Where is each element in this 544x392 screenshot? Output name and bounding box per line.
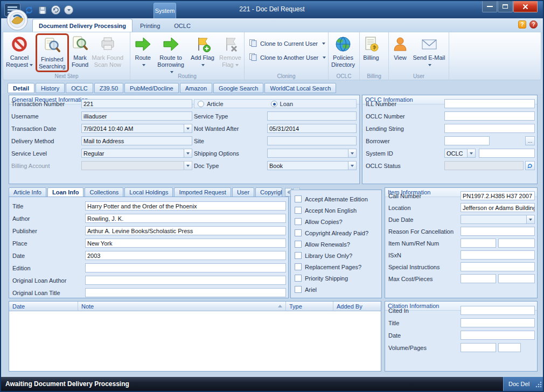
tab-worldcat-local-search[interactable]: WorldCat Local Search [264,83,336,93]
tab-loan-info[interactable]: Loan Info [47,187,84,197]
article-radio[interactable] [198,101,204,107]
publisher-field[interactable]: Arthur A. Levine Books/Scholastic Press [85,226,286,235]
tab-oclc-detail[interactable]: OCLC [66,83,93,93]
tab-detail[interactable]: Detail [8,83,34,93]
allow-copies-checkbox[interactable] [295,218,302,225]
chevron-down-icon[interactable] [467,149,475,157]
chevron-down-icon[interactable] [348,149,356,157]
accept-alternate-edition-checkbox[interactable] [295,195,302,202]
borrower-browse-button[interactable]: ... [525,136,535,145]
view-user-button[interactable]: View [390,33,410,62]
clone-to-another-user-button[interactable]: Clone to Another User [246,52,329,64]
due-date-dropdown[interactable] [461,215,535,224]
allow-renewals-checkbox[interactable] [295,241,302,248]
chevron-down-icon[interactable] [184,149,192,157]
cancel-request-button[interactable]: Cancel Request [4,33,34,69]
ref-num-field[interactable] [498,239,535,248]
priority-shipping-checkbox[interactable] [295,275,302,282]
site-field[interactable] [267,136,357,145]
ill-number-field[interactable] [444,99,535,108]
column-header-note[interactable]: Note [78,302,286,311]
policies-directory-button[interactable]: Policies Directory [330,33,357,69]
mark-found-button[interactable]: Mark Found [70,33,90,69]
lending-string-field[interactable] [444,124,535,133]
tab-article-info[interactable]: Article Info [9,187,46,197]
tab-printing[interactable]: Printing [134,19,166,32]
isxn-field[interactable] [461,250,535,260]
location-field[interactable]: Jefferson or Adams Building [461,203,535,212]
edition-field[interactable] [85,263,286,272]
replacement-pages-checkbox[interactable] [295,263,302,270]
send-email-button[interactable]: Send E-Mail [410,33,448,69]
title-field[interactable]: Harry Potter and the Order of the Phoeni… [85,201,286,211]
library-use-only-checkbox[interactable] [295,252,302,259]
remove-flag-button[interactable]: Remove Flag [218,33,243,69]
notes-table-body[interactable] [9,311,381,371]
tab-user[interactable]: User [232,187,254,197]
tab-history[interactable]: History [36,83,65,93]
column-header-added-by[interactable]: Added By [333,302,381,311]
pages-field[interactable] [498,343,521,352]
citation-date-field[interactable] [461,331,535,340]
tab-z3950[interactable]: Z39.50 [94,83,123,93]
borrower-field[interactable] [444,136,490,145]
web-help-icon[interactable]: ? [518,20,526,29]
author-field[interactable]: Rowling, J. K. [85,214,286,223]
titlebar[interactable]: 221 - Doc Del Request [1,1,543,18]
column-header-date[interactable]: Date [9,302,78,311]
call-number-field[interactable]: PN1997.2.H385 H37 2007 [461,191,535,200]
cited-in-field[interactable] [461,306,535,315]
tab-google-search[interactable]: Google Search [213,83,263,93]
item-num-field[interactable] [461,239,496,248]
tab-amazon[interactable]: Amazon [180,83,212,93]
chevron-down-icon[interactable] [348,162,356,170]
shipping-options-dropdown[interactable] [267,149,357,158]
chevron-down-icon[interactable] [184,124,192,132]
tab-oclc[interactable]: OCLC [168,19,197,32]
finished-searching-button[interactable]: Finished Searching [37,35,67,71]
tab-document-delivery-processing[interactable]: Document Delivery Processing [32,19,132,32]
mark-found-scan-now-button[interactable]: Mark Found Scan Now [90,33,125,69]
route-to-borrowing-button[interactable]: Route to Borrowing [154,33,187,76]
resize-grip[interactable] [535,380,542,390]
column-header-type[interactable]: Type [286,302,333,311]
doc-type-dropdown[interactable]: Book [267,161,357,170]
reason-for-cancellation-field[interactable] [461,227,535,236]
special-instructions-field[interactable] [461,262,535,271]
date-field[interactable]: 2003 [85,251,286,260]
copyright-already-paid-checkbox[interactable] [295,229,302,236]
service-type-field[interactable] [267,111,357,121]
route-button[interactable]: Route [131,33,154,69]
loan-radio-label[interactable]: Loan [280,101,293,107]
system-id-dropdown[interactable]: OCLC [444,149,476,158]
ariel-checkbox[interactable] [295,286,302,293]
maximize-button[interactable] [498,1,513,12]
tab-collections[interactable]: Collections [85,187,123,197]
pieces-field[interactable] [498,274,535,283]
oclc-status-refresh-button[interactable] [525,161,535,170]
tab-pubmed-docline[interactable]: PubMed/Docline [124,83,179,93]
place-field[interactable]: New York [85,239,286,248]
original-loan-author-field[interactable] [85,276,286,285]
help-icon[interactable]: ? [529,20,538,29]
max-cost-field[interactable] [461,274,496,283]
original-loan-title-field[interactable] [85,288,286,297]
loan-radio[interactable] [271,101,277,107]
transaction-number-field[interactable]: 221 [81,99,192,108]
article-radio-label[interactable]: Article [207,101,224,107]
accept-non-english-checkbox[interactable] [295,207,302,214]
minimize-button[interactable] [482,1,497,12]
service-level-dropdown[interactable]: Regular [81,149,192,158]
billing-button[interactable]: Billing [361,33,381,62]
tab-system[interactable]: System [154,3,176,18]
app-logo[interactable] [6,9,28,31]
citation-title-field[interactable] [461,318,535,327]
tab-local-holdings[interactable]: Local Holdings [124,187,173,197]
oclc-number-field[interactable] [444,111,535,121]
tab-imported-request[interactable]: Imported Request [174,187,231,197]
username-field[interactable]: illiaduser [81,111,192,121]
close-button[interactable] [513,1,538,12]
not-wanted-after-field[interactable]: 05/31/2014 [267,124,357,133]
system-id-value-field[interactable] [479,149,535,158]
clone-to-current-user-button[interactable]: Clone to Current User [246,38,329,50]
